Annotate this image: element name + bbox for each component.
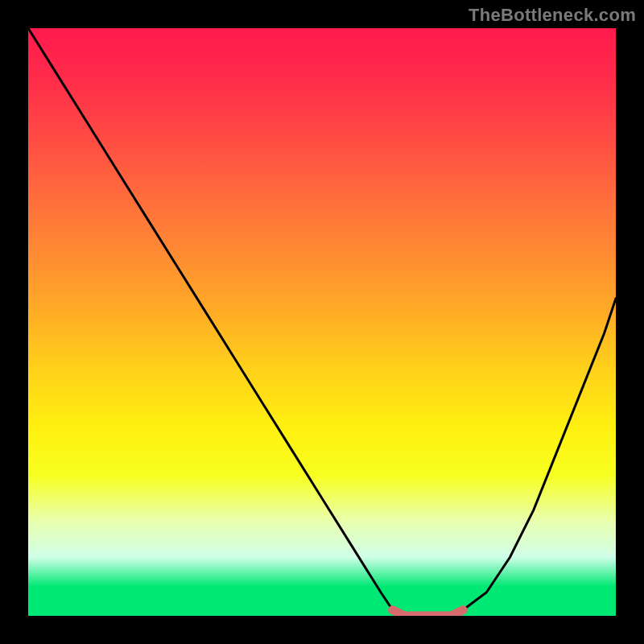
curve-svg [28,28,616,616]
plot-area [28,28,616,616]
watermark-text: TheBottleneck.com [469,5,636,26]
bottleneck-curve [28,28,616,616]
chart-frame: TheBottleneck.com [0,0,644,644]
plateau-marker [393,610,464,616]
